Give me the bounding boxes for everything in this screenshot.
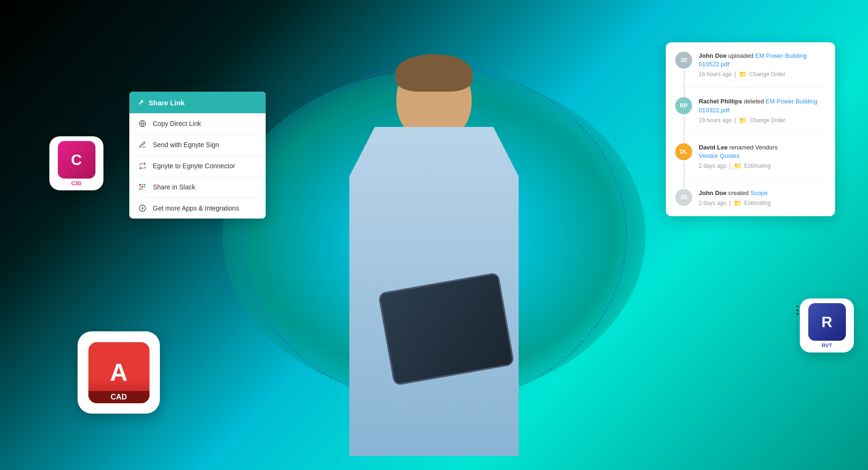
avatar-initials-dl: DL bbox=[680, 149, 687, 155]
copy-direct-link-item[interactable]: Copy Direct Link bbox=[129, 113, 266, 134]
actor-name-2: Rachel Phillips bbox=[699, 98, 742, 105]
svg-rect-6 bbox=[142, 186, 143, 188]
copy-direct-link-label: Copy Direct Link bbox=[153, 120, 201, 127]
cad-label-bar: CAD bbox=[88, 391, 150, 403]
activity-item-1: JD John Doe uploaded EM Power Building 0… bbox=[675, 52, 826, 88]
c3d-app-icon[interactable]: C C3D bbox=[49, 136, 103, 190]
avatar-initials-jd2: JD bbox=[680, 194, 687, 201]
activity-folder-4: Estimating bbox=[744, 200, 771, 206]
send-with-sign-label: Send with Egnyte Sign bbox=[153, 141, 219, 149]
actor-name-1: John Doe bbox=[699, 52, 726, 59]
rvt-app-icon[interactable]: R RVT bbox=[800, 298, 854, 352]
share-slack-label: Share in Slack bbox=[153, 183, 195, 191]
egnyte-connector-label: Egnyte to Egnyte Connector bbox=[153, 162, 235, 170]
activity-content-3: David Lee renamed Vendors Vendor Quotes … bbox=[699, 143, 826, 170]
activity-meta-4: 2 days ago | 📁 Estimating bbox=[699, 199, 826, 207]
actor-name-3: David Lee bbox=[699, 144, 727, 151]
activity-meta-1: 16 hours ago | 📁 Change Order bbox=[699, 70, 826, 78]
svg-rect-7 bbox=[144, 186, 145, 188]
folder-icon-1: 📁 bbox=[739, 70, 747, 78]
activity-folder-1: Change Order bbox=[750, 71, 785, 78]
person-hair bbox=[395, 54, 473, 92]
share-icon: ↗ bbox=[138, 98, 144, 107]
activity-content-1: John Doe uploaded EM Power Building 0105… bbox=[699, 52, 826, 78]
svg-rect-9 bbox=[142, 188, 143, 190]
avatar-jd-1: JD bbox=[675, 52, 692, 69]
folder-icon-3: 📁 bbox=[734, 162, 742, 170]
folder-icon-4: 📁 bbox=[734, 199, 742, 207]
activity-text-3: David Lee renamed Vendors Vendor Quotes bbox=[699, 143, 826, 160]
more-apps-item[interactable]: Get more Apps & Integrations bbox=[129, 198, 266, 219]
share-slack-item[interactable]: Share in Slack bbox=[129, 177, 266, 198]
rvt-icon-inner: R bbox=[808, 303, 846, 341]
rvt-label: RVT bbox=[822, 343, 832, 348]
avatar-initials: JD bbox=[680, 57, 687, 63]
activity-link-4[interactable]: Scope bbox=[750, 189, 768, 196]
folder-icon-2: 📁 bbox=[739, 117, 747, 124]
activity-panel: JD John Doe uploaded EM Power Building 0… bbox=[666, 42, 835, 216]
activity-link-3[interactable]: Vendor Quotes bbox=[699, 152, 740, 159]
activity-text-1: John Doe uploaded EM Power Building 0105… bbox=[699, 52, 826, 69]
svg-rect-5 bbox=[139, 186, 141, 188]
activity-text-2: Rachel Phillips deleted EM Power Buildin… bbox=[699, 97, 826, 114]
rvt-letter: R bbox=[821, 314, 832, 329]
cad-letter: A bbox=[110, 360, 128, 384]
cad-icon-inner: A CAD bbox=[88, 342, 150, 403]
svg-rect-3 bbox=[142, 184, 143, 185]
cad-sub-label: CAD bbox=[110, 393, 127, 401]
more-apps-label: Get more Apps & Integrations bbox=[153, 204, 239, 212]
avatar-dl: DL bbox=[675, 143, 692, 160]
activity-item-2: RP Rachel Phillips deleted EM Power Buil… bbox=[675, 97, 826, 133]
plus-icon bbox=[138, 204, 147, 213]
activity-time-2: 19 hours ago bbox=[699, 117, 732, 124]
share-dropdown-title: Share Link bbox=[149, 99, 185, 107]
svg-rect-4 bbox=[144, 184, 145, 185]
c3d-icon-inner: C bbox=[58, 141, 95, 179]
actor-name-4: John Doe bbox=[699, 189, 726, 196]
svg-rect-8 bbox=[139, 188, 141, 190]
link-icon bbox=[138, 119, 147, 128]
activity-folder-2: Change Order bbox=[750, 117, 785, 124]
avatar-jd-2: JD bbox=[675, 189, 692, 206]
person-body bbox=[312, 47, 556, 470]
activity-time-4: 2 days ago bbox=[699, 200, 726, 206]
activity-content-4: John Doe created Scope 2 days ago | 📁 Es… bbox=[699, 189, 826, 207]
share-dropdown: ↗ Share Link Copy Direct Link Send with … bbox=[129, 92, 266, 219]
c3d-letter: C bbox=[71, 152, 82, 167]
avatar-rp: RP bbox=[675, 97, 692, 114]
egnyte-connector-item[interactable]: Egnyte to Egnyte Connector bbox=[129, 156, 266, 177]
activity-folder-3: Estimating bbox=[744, 163, 771, 169]
send-with-sign-item[interactable]: Send with Egnyte Sign bbox=[129, 134, 266, 156]
slack-icon bbox=[138, 182, 147, 192]
activity-time-3: 2 days ago bbox=[699, 163, 726, 169]
activity-time-1: 16 hours ago bbox=[699, 71, 732, 78]
rvt-decorative-dots bbox=[797, 306, 798, 315]
activity-item-4: JD John Doe created Scope 2 days ago | 📁… bbox=[675, 189, 826, 207]
cad-app-icon[interactable]: A CAD bbox=[78, 331, 160, 414]
activity-text-4: John Doe created Scope bbox=[699, 189, 826, 197]
c3d-label: C3D bbox=[71, 180, 81, 186]
activity-meta-2: 19 hours ago | 📁 Change Order bbox=[699, 117, 826, 124]
activity-item-3: DL David Lee renamed Vendors Vendor Quot… bbox=[675, 143, 826, 180]
person-area bbox=[269, 0, 599, 470]
share-dropdown-header: ↗ Share Link bbox=[129, 92, 266, 113]
activity-content-2: Rachel Phillips deleted EM Power Buildin… bbox=[699, 97, 826, 124]
activity-meta-3: 2 days ago | 📁 Estimating bbox=[699, 162, 826, 170]
connector-icon bbox=[138, 161, 147, 171]
avatar-initials-rp: RP bbox=[680, 102, 688, 109]
sign-icon bbox=[138, 140, 147, 149]
svg-rect-2 bbox=[139, 184, 141, 185]
